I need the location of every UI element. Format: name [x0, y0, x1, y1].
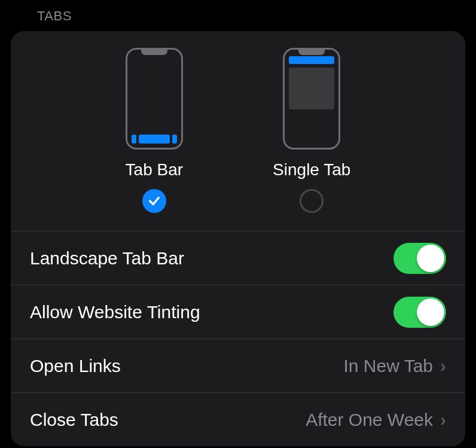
toggle-landscape-tab-bar[interactable]	[393, 243, 446, 274]
layout-option-tab-bar[interactable]: Tab Bar	[126, 48, 184, 213]
label-open-links: Open Links	[30, 356, 121, 376]
layout-label-tab-bar: Tab Bar	[126, 160, 184, 179]
section-header-tabs: TABS	[11, 8, 465, 31]
tab-bar-preview-icon	[132, 135, 177, 144]
value-text-close-tabs: After One Week	[306, 410, 433, 430]
value-open-links: In New Tab ›	[343, 356, 446, 376]
phone-preview-single-tab	[283, 48, 340, 150]
phone-notch-icon	[141, 50, 167, 55]
value-close-tabs: After One Week ›	[306, 410, 446, 430]
row-landscape-tab-bar: Landscape Tab Bar	[11, 231, 465, 285]
row-close-tabs[interactable]: Close Tabs After One Week ›	[11, 392, 465, 446]
radio-selected-icon[interactable]	[142, 189, 166, 213]
layout-label-single-tab: Single Tab	[273, 160, 350, 179]
chevron-right-icon: ›	[440, 410, 446, 430]
single-tab-preview-icon	[289, 56, 334, 109]
row-allow-website-tinting: Allow Website Tinting	[11, 285, 465, 339]
tabs-settings-panel: Tab Bar Single Tab	[11, 31, 465, 446]
toggle-knob-icon	[417, 245, 444, 272]
toggle-knob-icon	[417, 298, 444, 326]
layout-option-single-tab[interactable]: Single Tab	[273, 48, 350, 213]
value-text-open-links: In New Tab	[343, 356, 433, 376]
chevron-right-icon: ›	[440, 356, 446, 376]
radio-unselected-icon[interactable]	[300, 189, 324, 213]
phone-preview-tab-bar	[126, 48, 183, 150]
label-allow-website-tinting: Allow Website Tinting	[30, 302, 200, 322]
toggle-allow-website-tinting[interactable]	[393, 297, 446, 328]
phone-notch-icon	[298, 50, 325, 55]
tab-layout-picker: Tab Bar Single Tab	[11, 31, 465, 231]
row-open-links[interactable]: Open Links In New Tab ›	[11, 339, 465, 392]
label-landscape-tab-bar: Landscape Tab Bar	[30, 248, 184, 269]
label-close-tabs: Close Tabs	[30, 410, 118, 430]
